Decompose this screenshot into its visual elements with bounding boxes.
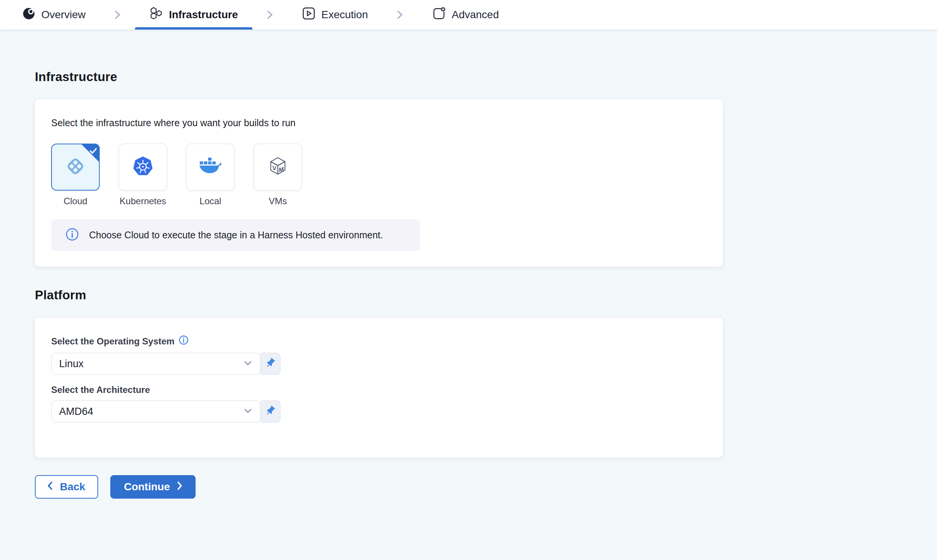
vm-cube-icon: V M — [267, 156, 289, 178]
kubernetes-icon — [133, 156, 153, 178]
tab-label: Advanced — [452, 9, 499, 21]
continue-button-label: Continue — [124, 481, 170, 493]
section-title-infrastructure: Infrastructure — [35, 30, 937, 84]
os-select[interactable]: Linux — [51, 353, 260, 375]
stage-tab-bar: Overview Infrastructure Execution — [0, 0, 937, 30]
infrastructure-options: Cloud — [51, 144, 707, 206]
option-tile-box[interactable] — [51, 144, 100, 191]
os-select-label-text: Select the Operating System — [51, 336, 174, 347]
chevron-separator-icon — [265, 0, 274, 30]
wizard-actions: Back Continue — [35, 475, 937, 499]
os-select-group: Linux — [51, 353, 280, 375]
stage-infrastructure-panel: Infrastructure Select the infrastructure… — [0, 30, 937, 499]
info-banner: Choose Cloud to execute the stage in a H… — [51, 219, 420, 251]
tab-overview[interactable]: Overview — [8, 0, 100, 30]
execution-icon — [302, 6, 316, 23]
info-banner-text: Choose Cloud to execute the stage in a H… — [89, 230, 383, 241]
pin-button[interactable] — [259, 353, 280, 375]
option-tile-box[interactable] — [119, 144, 167, 191]
continue-button[interactable]: Continue — [110, 475, 196, 499]
arch-select-group: AMD64 — [51, 400, 280, 422]
pin-icon — [265, 357, 276, 370]
info-icon[interactable] — [179, 335, 189, 347]
option-tile-local[interactable]: Local — [186, 144, 235, 206]
svg-text:M: M — [279, 166, 284, 173]
option-tile-cloud[interactable]: Cloud — [51, 144, 100, 206]
infrastructure-description: Select the infrastructure where you want… — [51, 117, 707, 128]
option-label: Cloud — [64, 196, 88, 206]
platform-card: Select the Operating System Linux — [35, 318, 723, 458]
os-select-label: Select the Operating System — [51, 335, 707, 347]
tab-advanced[interactable]: Advanced — [417, 0, 514, 30]
section-title-platform: Platform — [35, 288, 937, 302]
infrastructure-icon — [149, 6, 163, 23]
svg-text:V: V — [272, 164, 276, 172]
chevron-left-icon — [46, 481, 54, 493]
chevron-down-icon — [243, 358, 253, 370]
chevron-separator-icon — [395, 0, 404, 30]
tab-infrastructure[interactable]: Infrastructure — [135, 0, 252, 30]
chevron-down-icon — [243, 405, 253, 418]
os-select-value: Linux — [59, 358, 84, 370]
option-label: Local — [199, 196, 221, 206]
option-label: Kubernetes — [120, 196, 166, 206]
arch-select-label: Select the Architecture — [51, 385, 707, 395]
docker-icon — [199, 157, 222, 177]
pin-icon — [265, 405, 276, 418]
arch-select[interactable]: AMD64 — [51, 400, 260, 422]
check-icon — [88, 146, 98, 157]
back-button[interactable]: Back — [35, 475, 98, 499]
infrastructure-card: Select the infrastructure where you want… — [35, 99, 723, 267]
back-button-label: Back — [60, 481, 85, 493]
option-label: VMs — [269, 196, 287, 206]
tab-label: Infrastructure — [169, 9, 238, 21]
overview-icon — [22, 7, 36, 23]
tab-execution[interactable]: Execution — [287, 0, 382, 30]
info-icon — [65, 227, 79, 243]
chevron-right-icon — [176, 481, 183, 493]
option-tile-vms[interactable]: V M VMs — [254, 144, 302, 206]
tab-label: Overview — [41, 9, 86, 21]
option-tile-box[interactable]: V M — [254, 144, 302, 191]
arch-select-label-text: Select the Architecture — [51, 385, 150, 395]
chevron-separator-icon — [113, 0, 122, 30]
arch-select-value: AMD64 — [59, 406, 93, 418]
option-tile-box[interactable] — [186, 144, 235, 191]
option-tile-kubernetes[interactable]: Kubernetes — [119, 144, 167, 206]
harness-cloud-icon — [64, 155, 86, 179]
pin-button[interactable] — [259, 400, 280, 422]
tab-label: Execution — [321, 9, 368, 21]
advanced-icon — [432, 6, 446, 23]
